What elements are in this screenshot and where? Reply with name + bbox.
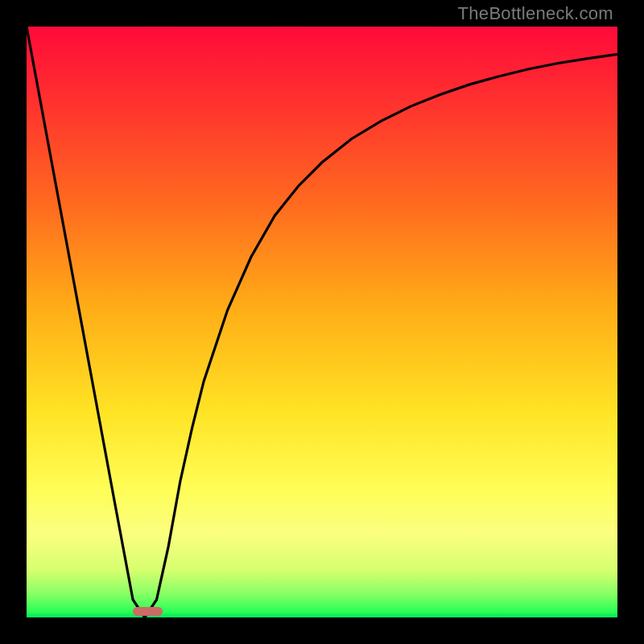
bottleneck-curve-path	[27, 27, 617, 617]
chart-plot-area	[27, 27, 617, 617]
watermark-text: TheBottleneck.com	[458, 3, 613, 24]
optimal-range-marker	[133, 607, 163, 616]
bottleneck-curve	[27, 27, 617, 617]
